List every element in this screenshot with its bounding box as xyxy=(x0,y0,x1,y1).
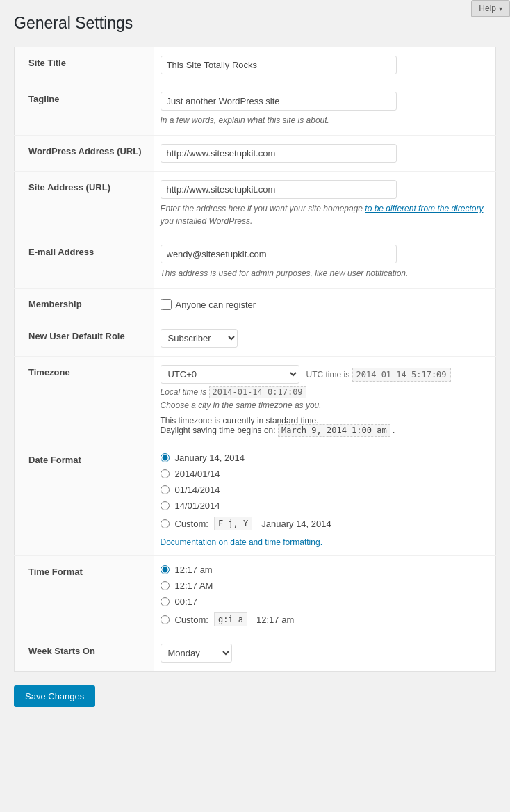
time-format-option-1[interactable]: 12:17 AM xyxy=(161,580,489,591)
date-format-option-3[interactable]: 14/01/2014 xyxy=(161,501,489,511)
time-format-option-0[interactable]: 12:17 am xyxy=(161,565,489,575)
time-format-custom-label: Custom: xyxy=(175,615,208,625)
email-row: E-mail Address This address is used for … xyxy=(15,236,496,289)
date-format-custom-preview: January 14, 2014 xyxy=(261,519,331,529)
help-label: Help xyxy=(479,3,496,13)
date-format-radio-custom[interactable] xyxy=(161,519,170,528)
date-format-custom-label: Custom: xyxy=(175,519,208,529)
date-format-option-0[interactable]: January 14, 2014 xyxy=(161,453,489,463)
date-format-row: Date Format January 14, 2014 2014/01/14 xyxy=(15,444,496,556)
membership-checkbox-label[interactable]: Anyone can register xyxy=(161,299,489,310)
time-format-radio-0[interactable] xyxy=(161,565,170,574)
page-title: General Settings xyxy=(14,14,496,33)
date-format-custom-option[interactable]: Custom: F j, Y January 14, 2014 xyxy=(161,517,489,530)
site-title-input[interactable] xyxy=(161,56,397,74)
site-address-desc-suffix: you installed WordPress. xyxy=(161,216,253,226)
chevron-down-icon: ▾ xyxy=(499,5,502,13)
dst-time-value: March 9, 2014 1:00 am xyxy=(278,424,390,437)
email-label: E-mail Address xyxy=(15,236,154,289)
date-format-radio-0[interactable] xyxy=(161,453,170,462)
membership-checkbox-text: Anyone can register xyxy=(176,300,256,310)
date-format-display-3: 14/01/2014 xyxy=(175,501,220,511)
timezone-controls: UTC+0 UTC+1 UTC-5 UTC time is 2014-01-14… xyxy=(161,365,489,384)
date-format-options: January 14, 2014 2014/01/14 01/14/2014 xyxy=(161,453,489,530)
time-format-display-0: 12:17 am xyxy=(175,565,213,575)
new-user-role-label: New User Default Role xyxy=(15,320,154,357)
new-user-role-select[interactable]: Subscriber Contributor Author Editor Adm… xyxy=(161,329,238,348)
date-format-radio-2[interactable] xyxy=(161,485,170,494)
site-title-row: Site Title xyxy=(15,47,496,83)
time-format-custom-value: g:i a xyxy=(214,612,247,626)
time-format-custom-option[interactable]: Custom: g:i a 12:17 am xyxy=(161,612,489,626)
tagline-row: Tagline In a few words, explain what thi… xyxy=(15,83,496,136)
email-description: This address is used for admin purposes,… xyxy=(161,267,489,279)
local-time-row: Local time is 2014-01-14 0:17:09 xyxy=(161,387,489,397)
tagline-input[interactable] xyxy=(161,92,397,111)
wp-address-row: WordPress Address (URL) xyxy=(15,136,496,172)
time-format-radio-custom[interactable] xyxy=(161,615,170,624)
date-format-label: Date Format xyxy=(15,444,154,556)
time-format-label: Time Format xyxy=(15,556,154,635)
utc-label-text: UTC time is xyxy=(306,370,350,380)
date-format-radio-1[interactable] xyxy=(161,469,170,478)
site-address-label: Site Address (URL) xyxy=(15,172,154,236)
time-format-display-1: 12:17 AM xyxy=(175,580,213,591)
date-format-display-1: 2014/01/14 xyxy=(175,469,220,479)
dst-line2: Daylight saving time begins on: March 9,… xyxy=(161,425,489,435)
date-format-doc-link[interactable]: Documentation on date and time formattin… xyxy=(161,537,322,547)
week-starts-on-row: Week Starts On Sunday Monday Tuesday Wed… xyxy=(15,635,496,672)
site-address-input[interactable] xyxy=(161,180,397,199)
site-address-row: Site Address (URL) Enter the address her… xyxy=(15,172,496,236)
date-format-doc-link-container: Documentation on date and time formattin… xyxy=(161,537,489,547)
membership-row: Membership Anyone can register xyxy=(15,289,496,320)
timezone-dst-info: This timezone is currently in standard t… xyxy=(161,416,489,435)
site-address-link[interactable]: to be different from the directory xyxy=(365,204,483,213)
time-format-option-2[interactable]: 00:17 xyxy=(161,596,489,607)
date-format-display-2: 01/14/2014 xyxy=(175,485,220,495)
tagline-description: In a few words, explain what this site i… xyxy=(161,114,489,127)
dst-period: . xyxy=(393,425,395,435)
email-input[interactable] xyxy=(161,245,397,263)
utc-label: UTC time is 2014-01-14 5:17:09 xyxy=(306,370,451,380)
dst-label: Daylight saving time begins on: xyxy=(161,425,276,435)
site-address-desc-prefix: Enter the address here if you want your … xyxy=(161,204,365,213)
site-title-label: Site Title xyxy=(15,47,154,83)
wp-address-input[interactable] xyxy=(161,144,397,163)
timezone-row: Timezone UTC+0 UTC+1 UTC-5 UTC time is 2… xyxy=(15,357,496,444)
utc-time-value: 2014-01-14 5:17:09 xyxy=(352,368,451,382)
settings-table: Site Title Tagline In a few words, expla… xyxy=(14,47,496,672)
timezone-hint: Choose a city in the same timezone as yo… xyxy=(161,400,489,410)
page-wrapper: Help ▾ General Settings Site Title Tagli… xyxy=(0,0,510,728)
site-address-description: Enter the address here if you want your … xyxy=(161,202,489,227)
date-format-option-2[interactable]: 01/14/2014 xyxy=(161,485,489,495)
time-format-options: 12:17 am 12:17 AM 00:17 Custom: xyxy=(161,565,489,626)
timezone-label: Timezone xyxy=(15,357,154,444)
help-button[interactable]: Help ▾ xyxy=(471,0,510,17)
time-format-custom-preview: 12:17 am xyxy=(256,615,294,625)
local-time-label: Local time is xyxy=(161,387,207,397)
new-user-role-row: New User Default Role Subscriber Contrib… xyxy=(15,320,496,357)
local-time-value: 2014-01-14 0:17:09 xyxy=(209,386,306,398)
save-changes-button[interactable]: Save Changes xyxy=(14,685,95,707)
week-starts-on-label: Week Starts On xyxy=(15,635,154,672)
time-format-radio-2[interactable] xyxy=(161,597,170,606)
date-format-option-1[interactable]: 2014/01/14 xyxy=(161,469,489,479)
week-starts-on-select[interactable]: Sunday Monday Tuesday Wednesday Thursday… xyxy=(161,644,232,663)
membership-label: Membership xyxy=(15,289,154,320)
date-format-custom-value: F j, Y xyxy=(214,517,252,530)
time-format-display-2: 00:17 xyxy=(175,596,198,607)
time-format-row: Time Format 12:17 am 12:17 AM xyxy=(15,556,496,635)
time-format-radio-1[interactable] xyxy=(161,581,170,590)
wp-address-label: WordPress Address (URL) xyxy=(15,136,154,172)
membership-checkbox[interactable] xyxy=(161,299,172,310)
timezone-select[interactable]: UTC+0 UTC+1 UTC-5 xyxy=(161,365,299,384)
date-format-display-0: January 14, 2014 xyxy=(175,453,245,463)
tagline-label: Tagline xyxy=(15,83,154,136)
date-format-radio-3[interactable] xyxy=(161,501,170,510)
